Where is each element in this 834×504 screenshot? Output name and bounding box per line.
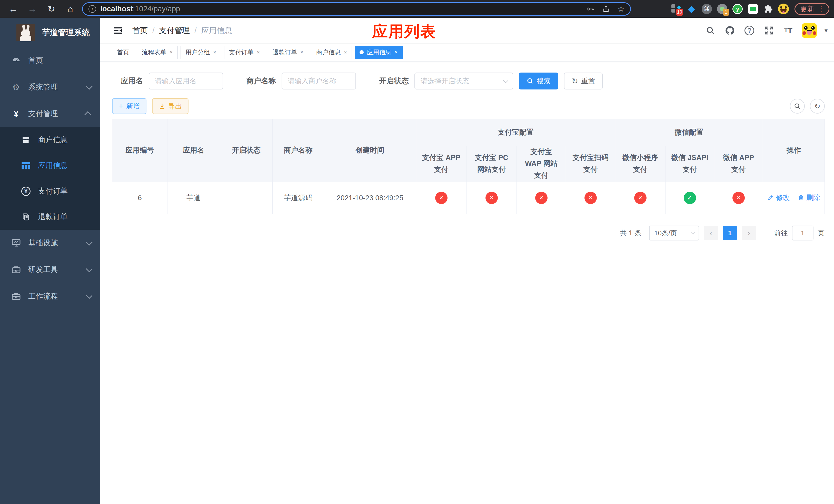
tab-process-form[interactable]: 流程表单× bbox=[137, 46, 178, 59]
breadcrumb-home[interactable]: 首页 bbox=[132, 25, 148, 36]
merchant-name-label: 商户名称 bbox=[246, 76, 276, 86]
col-status: 开启状态 bbox=[220, 119, 272, 182]
col-created: 创建时间 bbox=[324, 119, 416, 182]
close-icon[interactable]: × bbox=[213, 49, 216, 55]
chevron-down-icon bbox=[503, 78, 508, 83]
cell-wechat-mini: × bbox=[615, 182, 665, 214]
close-icon[interactable]: × bbox=[170, 49, 173, 55]
browser-forward-icon[interactable]: → bbox=[26, 3, 39, 15]
close-icon[interactable]: × bbox=[257, 49, 260, 55]
tab-label: 流程表单 bbox=[142, 48, 167, 56]
total-count: 共 1 条 bbox=[620, 228, 641, 238]
status-select[interactable]: 请选择开启状态 bbox=[414, 72, 513, 90]
close-icon[interactable]: × bbox=[300, 49, 304, 55]
pencil-icon bbox=[767, 194, 774, 201]
sidebar-logo-row: 芋道管理系统 bbox=[0, 18, 100, 47]
browser-back-icon[interactable]: ← bbox=[7, 3, 20, 15]
sidebar-item-label: 研发工具 bbox=[28, 265, 58, 275]
delete-link[interactable]: 删除 bbox=[797, 193, 820, 202]
sidebar-item-merchant-info[interactable]: 商户信息 bbox=[0, 127, 100, 153]
tab-label: 支付订单 bbox=[229, 48, 254, 56]
sidebar-item-infra[interactable]: 基础设施 bbox=[0, 230, 100, 256]
toggle-search-button[interactable] bbox=[790, 99, 805, 114]
next-page-button[interactable]: › bbox=[742, 226, 756, 240]
search-icon[interactable] bbox=[704, 25, 716, 37]
edit-link[interactable]: 修改 bbox=[767, 193, 790, 202]
fullscreen-icon[interactable] bbox=[763, 25, 775, 37]
refresh-table-button[interactable]: ↻ bbox=[810, 99, 825, 114]
tags-view-bar: 首页 流程表单× 用户分组× 支付订单× 退款订单× 商户信息× 应用信息× bbox=[100, 43, 834, 62]
tab-label: 用户分组 bbox=[185, 48, 210, 56]
tab-app-info[interactable]: 应用信息× bbox=[355, 46, 403, 59]
page-number-button[interactable]: 1 bbox=[723, 226, 737, 240]
goto-label: 前往 bbox=[774, 228, 788, 238]
yen-circle-icon: ¥ bbox=[20, 187, 32, 196]
col-wechat-mini: 微信小程序支付 bbox=[615, 146, 665, 182]
browser-profile-avatar[interactable] bbox=[778, 4, 789, 14]
tab-user-group[interactable]: 用户分组× bbox=[180, 46, 221, 59]
tab-merchant-info[interactable]: 商户信息× bbox=[311, 46, 352, 59]
col-alipay-app: 支付宝 APP 支付 bbox=[416, 146, 466, 182]
tab-pay-orders[interactable]: 支付订单× bbox=[224, 46, 265, 59]
browser-menu-icon[interactable]: ⋮ bbox=[818, 5, 825, 13]
sidebar-item-system[interactable]: ⚙ 系统管理 bbox=[0, 74, 100, 100]
export-button[interactable]: 导出 bbox=[152, 98, 189, 114]
close-icon[interactable]: × bbox=[394, 49, 398, 55]
close-icon[interactable]: × bbox=[344, 49, 347, 55]
user-avatar[interactable] bbox=[802, 23, 817, 38]
site-info-icon[interactable]: i bbox=[88, 5, 96, 13]
export-button-label: 导出 bbox=[169, 102, 182, 111]
sidebar-item-home[interactable]: 首页 bbox=[0, 47, 100, 74]
sidebar-collapse-icon[interactable] bbox=[112, 25, 124, 36]
goto-page-input[interactable] bbox=[792, 226, 813, 240]
status-check-icon: ✓ bbox=[684, 192, 696, 204]
app-table: 应用编号 应用名 开启状态 商户名称 创建时间 支付宝配置 微信配置 操作 支付… bbox=[112, 119, 825, 214]
extensions-puzzle-icon[interactable] bbox=[763, 3, 774, 15]
github-icon[interactable] bbox=[724, 25, 736, 37]
cell-alipay-wap: × bbox=[517, 182, 566, 214]
sidebar-menu: 首页 ⚙ 系统管理 ¥ 支付管理 商户信息 bbox=[0, 47, 100, 310]
browser-reload-icon[interactable]: ↻ bbox=[45, 3, 58, 15]
share-icon[interactable] bbox=[602, 5, 610, 13]
monitor-chart-icon bbox=[10, 239, 22, 247]
password-key-icon[interactable] bbox=[586, 5, 594, 13]
grid-table-icon bbox=[20, 161, 32, 170]
caret-down-icon[interactable]: ▾ bbox=[825, 27, 828, 34]
command-extension-icon[interactable]: ⌘ bbox=[701, 3, 712, 15]
breadcrumb-payment[interactable]: 支付管理 bbox=[159, 25, 190, 36]
sidebar-item-devtools[interactable]: 研发工具 bbox=[0, 256, 100, 283]
bookmark-star-icon[interactable]: ☆ bbox=[618, 4, 624, 13]
cell-app-id: 6 bbox=[112, 182, 168, 214]
url-text: localhost:1024/pay/app bbox=[100, 5, 180, 13]
sidebar-item-app-info[interactable]: 应用信息 bbox=[0, 153, 100, 178]
app-name-input[interactable] bbox=[149, 72, 223, 90]
recorder-extension-icon[interactable]: 1 bbox=[717, 3, 728, 15]
page-size-select[interactable]: 10条/页 bbox=[649, 226, 699, 240]
search-button[interactable]: 搜索 bbox=[519, 72, 558, 90]
sidebar-item-payment[interactable]: ¥ 支付管理 bbox=[0, 100, 100, 127]
gem-extension-icon[interactable]: ◆ bbox=[686, 3, 697, 15]
reset-button[interactable]: ↻ 重置 bbox=[564, 72, 603, 90]
merchant-name-input[interactable] bbox=[282, 72, 356, 90]
prev-page-button[interactable]: ‹ bbox=[704, 226, 718, 240]
cell-wechat-app: × bbox=[714, 182, 763, 214]
browser-address-bar[interactable]: i localhost:1024/pay/app ☆ bbox=[82, 2, 631, 16]
tiles-extension-icon[interactable]: ◆ 10 bbox=[671, 3, 682, 15]
tab-refund-orders[interactable]: 退款订单× bbox=[268, 46, 308, 59]
col-alipay-pc: 支付宝 PC 网站支付 bbox=[466, 146, 517, 182]
font-size-icon[interactable]: TT bbox=[783, 25, 794, 37]
sidebar-item-pay-orders[interactable]: ¥ 支付订单 bbox=[0, 178, 100, 204]
col-app-id: 应用编号 bbox=[112, 119, 168, 182]
cell-alipay-qr: × bbox=[566, 182, 615, 214]
browser-update-button[interactable]: 更新 ⋮ bbox=[794, 3, 829, 15]
tab-home[interactable]: 首页 bbox=[112, 46, 134, 59]
chat-extension-icon[interactable] bbox=[747, 3, 759, 15]
y-extension-icon[interactable]: y bbox=[732, 3, 743, 15]
add-button[interactable]: + 新增 bbox=[112, 98, 147, 114]
help-icon[interactable]: ? bbox=[744, 25, 755, 37]
browser-chrome: ← → ↻ ⌂ i localhost:1024/pay/app ☆ ◆ 10 … bbox=[0, 0, 834, 18]
browser-home-icon[interactable]: ⌂ bbox=[64, 3, 76, 15]
sidebar-item-label: 应用信息 bbox=[38, 160, 68, 171]
sidebar-item-workflow[interactable]: 工作流程 bbox=[0, 283, 100, 310]
sidebar-item-refund-orders[interactable]: 退款订单 bbox=[0, 204, 100, 230]
